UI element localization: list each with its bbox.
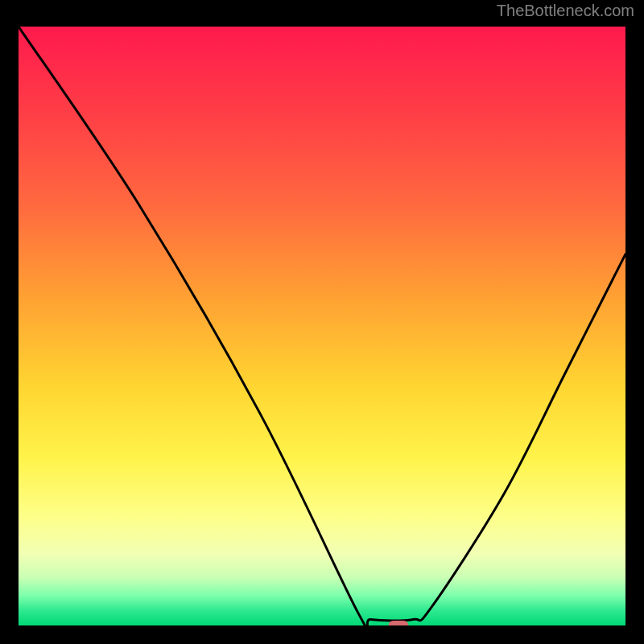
- bottleneck-curve: [19, 27, 625, 625]
- plot-inner: [19, 27, 625, 625]
- chart-container: TheBottleneck.com: [0, 0, 644, 644]
- optimum-marker: [389, 621, 409, 625]
- plot-area: [12, 20, 632, 632]
- watermark-label: TheBottleneck.com: [497, 2, 634, 20]
